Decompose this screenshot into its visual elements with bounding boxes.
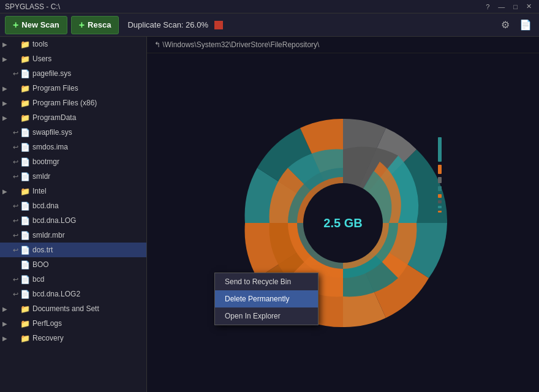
expand-arrow[interactable]: ▶	[2, 188, 11, 195]
tree-item-smldr-mbr[interactable]: ↩📄smldr.mbr	[0, 228, 146, 243]
new-scan-label: New Scan	[21, 20, 59, 29]
undo-icon[interactable]: ↩	[11, 173, 20, 181]
tree-item-dos[interactable]: ↩📄dos.trt	[0, 243, 146, 257]
file-icon: 📄	[20, 69, 31, 78]
undo-icon[interactable]: ↩	[11, 202, 20, 210]
undo-icon[interactable]: ↩	[11, 217, 20, 225]
file-icon: 📄	[20, 216, 31, 225]
file-icon: 📄	[20, 172, 31, 181]
tree-item-program-files[interactable]: ▶📁Program Files	[0, 81, 146, 96]
item-label: Intel	[32, 187, 47, 195]
new-scan-button[interactable]: + New Scan	[5, 16, 67, 34]
toolbar: + New Scan + Resca Duplicate Scan: 26.0%…	[0, 13, 539, 37]
file-icon: 📄	[20, 143, 31, 152]
report-icon-btn[interactable]: 📄	[517, 18, 534, 32]
close-btn[interactable]: ✕	[524, 2, 534, 10]
item-label: Program Files (x86)	[32, 99, 97, 107]
item-label: smldr.mbr	[32, 231, 65, 239]
undo-icon[interactable]: ↩	[11, 290, 20, 298]
tree-item-bcd-dna-log[interactable]: ↩📄bcd.dna.LOG	[0, 213, 146, 228]
help-btn[interactable]: ?	[483, 3, 492, 10]
undo-icon[interactable]: ↩	[11, 70, 20, 78]
file-icon: 📄	[20, 290, 31, 299]
expand-arrow[interactable]: ▶	[2, 100, 11, 107]
item-label: bootmgr	[32, 157, 59, 166]
settings-icon-btn[interactable]: ⚙	[499, 18, 512, 32]
file-icon: 📄	[20, 157, 31, 167]
file-tree[interactable]: ▶📁tools▶📁Users↩📄pagefile.sys▶📁Program Fi…	[0, 37, 147, 392]
expand-arrow[interactable]: ▶	[2, 115, 11, 121]
item-label: bcd	[32, 275, 44, 284]
expand-arrow[interactable]: ▶	[2, 85, 11, 92]
item-label: ProgramData	[32, 113, 76, 122]
item-label: pagefile.sys	[32, 69, 71, 78]
scan-info: Duplicate Scan: 26.0%	[127, 20, 208, 29]
tree-item-recovery[interactable]: ▶📁Recovery	[0, 331, 146, 345]
file-icon: 📄	[20, 202, 31, 211]
item-label: Program Files	[32, 84, 78, 92]
breadcrumb: ↰ \Windows\System32\DriverStore\FileRepo…	[147, 37, 539, 53]
context-menu: Send to Recycle BinDelete PermanentlyOpe…	[214, 273, 318, 325]
rescan-label: Resca	[88, 20, 111, 29]
svg-rect-1	[438, 137, 442, 162]
chart-center-label: 2.5 GB	[323, 216, 362, 230]
item-label: tools	[32, 40, 48, 48]
folder-icon: 📁	[20, 99, 31, 108]
maximize-btn[interactable]: □	[511, 3, 520, 10]
tree-item-programdata[interactable]: ▶📁ProgramData	[0, 110, 146, 125]
expand-arrow[interactable]: ▶	[2, 335, 11, 342]
item-label: dos.trt	[32, 246, 53, 254]
svg-rect-3	[438, 177, 442, 183]
svg-rect-7	[438, 206, 442, 208]
item-label: Recovery	[32, 334, 64, 342]
svg-rect-4	[438, 186, 442, 191]
folder-icon: 📁	[20, 304, 31, 314]
context-menu-item-explorer[interactable]: Open In Explorer	[215, 307, 318, 325]
folder-icon: 📁	[20, 187, 31, 196]
tree-item-bcd-dna-log2[interactable]: ↩📄bcd.dna.LOG2	[0, 287, 146, 301]
undo-icon[interactable]: ↩	[11, 143, 20, 151]
item-label: Users	[32, 55, 51, 63]
folder-icon: 📁	[20, 55, 31, 64]
item-label: smdos.ima	[32, 143, 68, 151]
undo-icon[interactable]: ↩	[11, 232, 20, 239]
tree-item-users[interactable]: ▶📁Users	[0, 51, 146, 66]
tree-item-boo[interactable]: 📄BOO	[0, 257, 146, 272]
tree-item-docs-settings[interactable]: ▶📁Documents and Sett	[0, 301, 146, 316]
stop-scan-button[interactable]	[214, 21, 223, 29]
tree-item-pagefile[interactable]: ↩📄pagefile.sys	[0, 66, 146, 81]
tree-item-intel[interactable]: ▶📁Intel	[0, 184, 146, 198]
tree-item-bcd2[interactable]: ↩📄bcd	[0, 272, 146, 287]
tree-item-perflogs[interactable]: ▶📁PerfLogs	[0, 316, 146, 331]
undo-icon[interactable]: ↩	[11, 158, 20, 166]
tree-item-bcd-dna[interactable]: ↩📄bcd.dna	[0, 198, 146, 213]
undo-icon[interactable]: ↩	[11, 276, 20, 284]
undo-icon[interactable]: ↩	[11, 129, 20, 137]
chart-area: 2.5 GB	[147, 53, 539, 392]
svg-rect-2	[438, 165, 442, 174]
file-icon: 📄	[20, 128, 31, 137]
tree-item-swapfile[interactable]: ↩📄swapfile.sys	[0, 125, 146, 140]
context-menu-item-delete[interactable]: Delete Permanently	[215, 290, 318, 307]
expand-arrow[interactable]: ▶	[2, 56, 11, 62]
tree-item-smdos[interactable]: ↩📄smdos.ima	[0, 140, 146, 154]
file-icon: 📄	[20, 260, 31, 270]
rescan-plus-icon: +	[79, 20, 85, 31]
expand-arrow[interactable]: ▶	[2, 306, 11, 312]
toolbar-right: ⚙ 📄	[499, 18, 534, 32]
item-label: PerfLogs	[32, 319, 62, 328]
expand-arrow[interactable]: ▶	[2, 41, 11, 48]
minimize-btn[interactable]: —	[496, 3, 507, 10]
folder-icon: 📁	[20, 319, 31, 328]
tree-item-smldr[interactable]: ↩📄smldr	[0, 169, 146, 184]
tree-item-program-files-x86[interactable]: ▶📁Program Files (x86)	[0, 96, 146, 110]
item-label: Documents and Sett	[32, 304, 99, 313]
context-menu-item-recycle[interactable]: Send to Recycle Bin	[215, 273, 318, 290]
expand-arrow[interactable]: ▶	[2, 320, 11, 327]
right-panel: ↰ \Windows\System32\DriverStore\FileRepo…	[147, 37, 539, 392]
undo-icon[interactable]: ↩	[11, 246, 20, 254]
new-scan-plus-icon: +	[13, 20, 18, 31]
tree-item-bootmgr[interactable]: ↩📄bootmgr	[0, 154, 146, 169]
tree-item-tools[interactable]: ▶📁tools	[0, 37, 146, 51]
rescan-button[interactable]: + Resca	[71, 16, 119, 34]
